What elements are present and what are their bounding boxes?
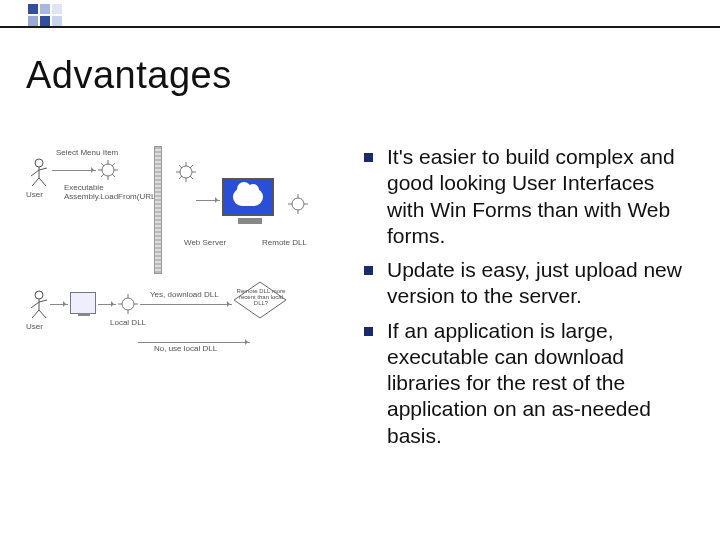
diagram-label-user: User bbox=[26, 322, 43, 331]
bullet-icon bbox=[364, 153, 373, 162]
diagram-label-decision: Remote DLL more recent than local DLL? bbox=[236, 288, 286, 306]
svg-line-5 bbox=[39, 178, 46, 186]
bullet-text: If an application is large, executable c… bbox=[387, 318, 694, 449]
svg-line-20 bbox=[179, 165, 182, 168]
decor-square bbox=[52, 16, 62, 26]
arrow-icon bbox=[140, 304, 232, 305]
bullet-list: It's easier to build complex and good lo… bbox=[364, 140, 694, 520]
svg-point-29 bbox=[35, 291, 43, 299]
gear-icon bbox=[98, 160, 118, 180]
diagram-label-localdll: Local DLL bbox=[110, 318, 146, 327]
svg-line-12 bbox=[112, 174, 115, 177]
bullet-text: Update is easy, just upload new version … bbox=[387, 257, 694, 310]
svg-line-23 bbox=[190, 165, 193, 168]
svg-line-34 bbox=[39, 310, 46, 318]
gear-icon bbox=[288, 194, 308, 214]
diagram-label-remotedll: Remote DLL bbox=[262, 238, 307, 247]
slide-header-decor bbox=[0, 0, 720, 26]
gear-icon bbox=[118, 294, 138, 314]
gear-icon bbox=[176, 162, 196, 182]
svg-point-0 bbox=[35, 159, 43, 167]
diagram-label-webserver: Web Server bbox=[184, 238, 226, 247]
arrow-icon bbox=[98, 304, 116, 305]
svg-line-14 bbox=[112, 163, 115, 166]
svg-line-21 bbox=[190, 176, 193, 179]
svg-line-33 bbox=[32, 310, 39, 318]
firewall-bar-icon bbox=[154, 146, 162, 274]
decor-square bbox=[52, 4, 62, 14]
svg-line-4 bbox=[32, 178, 39, 186]
bullet-icon bbox=[364, 266, 373, 275]
small-monitor-icon bbox=[70, 292, 96, 314]
slide-title: Advantages bbox=[26, 54, 232, 97]
slide-content: User Select Menu Item Executable Assembl… bbox=[26, 140, 694, 520]
bullet-icon bbox=[364, 327, 373, 336]
header-rule bbox=[0, 26, 720, 28]
decor-square bbox=[28, 16, 38, 26]
svg-line-11 bbox=[101, 163, 104, 166]
list-item: Update is easy, just upload new version … bbox=[364, 257, 694, 310]
diagram-label-exec: Executable Assembly.LoadFrom(URL) bbox=[64, 184, 164, 202]
user-icon bbox=[28, 290, 50, 320]
diagram-label-yes: Yes, download DLL bbox=[150, 290, 219, 299]
diagram-label-no: No, use local DLL bbox=[154, 344, 217, 353]
svg-line-3 bbox=[39, 168, 47, 170]
diagram-label-user: User bbox=[26, 190, 43, 199]
decor-squares bbox=[28, 4, 62, 26]
svg-line-22 bbox=[179, 176, 182, 179]
arrow-icon bbox=[138, 342, 250, 343]
monitor-icon bbox=[222, 178, 278, 228]
decor-square bbox=[28, 4, 38, 14]
svg-line-31 bbox=[31, 302, 39, 308]
architecture-diagram: User Select Menu Item Executable Assembl… bbox=[26, 140, 346, 400]
arrow-icon bbox=[52, 170, 96, 171]
decor-square bbox=[40, 4, 50, 14]
bullet-text: It's easier to build complex and good lo… bbox=[387, 144, 694, 249]
svg-point-35 bbox=[122, 298, 134, 310]
svg-line-13 bbox=[101, 174, 104, 177]
list-item: It's easier to build complex and good lo… bbox=[364, 144, 694, 249]
svg-line-32 bbox=[39, 300, 47, 302]
cloud-icon bbox=[233, 188, 263, 206]
decor-square bbox=[40, 16, 50, 26]
diagram-label-select: Select Menu Item bbox=[56, 148, 118, 157]
user-icon bbox=[28, 158, 50, 188]
list-item: If an application is large, executable c… bbox=[364, 318, 694, 449]
arrow-icon bbox=[196, 200, 220, 201]
svg-point-24 bbox=[292, 198, 304, 210]
svg-line-2 bbox=[31, 170, 39, 176]
arrow-icon bbox=[50, 304, 68, 305]
